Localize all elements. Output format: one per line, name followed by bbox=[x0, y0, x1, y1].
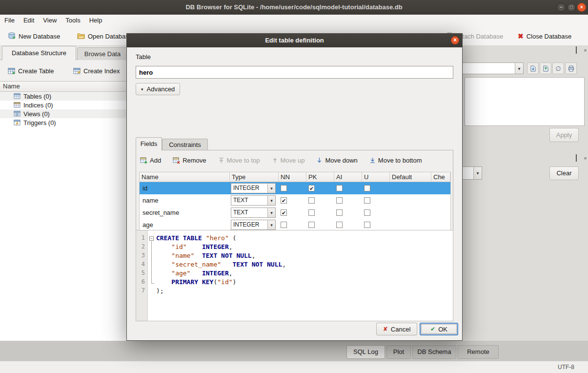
nn-checkbox[interactable] bbox=[281, 185, 287, 191]
cell-editor[interactable] bbox=[465, 77, 585, 126]
field-name-cell[interactable]: secret_name bbox=[140, 207, 230, 219]
dock-close-icon[interactable]: × bbox=[582, 47, 588, 54]
attach-database-label: Attach Database bbox=[456, 33, 503, 40]
pk-checkbox[interactable]: ✔ bbox=[308, 185, 315, 191]
pk-checkbox[interactable] bbox=[308, 222, 315, 228]
menu-file[interactable]: File bbox=[0, 15, 19, 26]
export-icon bbox=[543, 65, 549, 72]
cell-set-null-button[interactable]: ∅ bbox=[552, 62, 564, 74]
type-combobox[interactable]: TEXT ▾ bbox=[231, 207, 276, 218]
field-type-cell: INTEGER ▾ bbox=[230, 182, 279, 194]
dock-float-icon[interactable] bbox=[573, 155, 579, 162]
minimize-button[interactable]: – bbox=[557, 3, 566, 12]
column-header-ai[interactable]: AI bbox=[334, 172, 362, 182]
create-index-label: Create Index bbox=[83, 67, 120, 75]
cell-mode-combobox[interactable]: ▾ bbox=[456, 62, 524, 74]
cell-print-button[interactable] bbox=[565, 62, 577, 74]
tab-database-structure[interactable]: Database Structure bbox=[2, 46, 76, 60]
ai-checkbox[interactable] bbox=[336, 185, 343, 191]
pk-checkbox[interactable] bbox=[308, 197, 315, 204]
u-checkbox[interactable] bbox=[364, 209, 370, 216]
create-index-button[interactable]: Create Index bbox=[69, 64, 123, 78]
default-cell[interactable] bbox=[390, 207, 431, 219]
column-header-pk[interactable]: PK bbox=[306, 172, 334, 182]
chevron-down-icon: ▾ bbox=[141, 87, 143, 92]
cancel-button[interactable]: ✘ Cancel bbox=[376, 323, 417, 335]
ai-checkbox[interactable] bbox=[336, 222, 343, 228]
sql-code-lines[interactable]: CREATE TABLE "hero" ( "id" INTEGER, "nam… bbox=[155, 230, 289, 321]
field-row[interactable]: secret_name TEXT ▾ ✔ bbox=[140, 207, 450, 219]
sql-gutter-numbers: 1234567 bbox=[136, 230, 148, 321]
field-row[interactable]: age INTEGER ▾ bbox=[140, 219, 450, 231]
move-to-bottom-button[interactable]: Move to bottom bbox=[369, 157, 422, 164]
u-checkbox[interactable] bbox=[364, 222, 370, 228]
column-header-nn[interactable]: NN bbox=[279, 172, 306, 182]
pk-checkbox[interactable] bbox=[308, 209, 315, 216]
chevron-down-icon: ▾ bbox=[267, 220, 275, 229]
menu-tools[interactable]: Tools bbox=[61, 15, 84, 26]
field-row[interactable]: name TEXT ▾ ✔ bbox=[140, 194, 450, 207]
bottom-tab-sql-log[interactable]: SQL Log bbox=[346, 345, 385, 359]
move-to-top-icon bbox=[218, 157, 224, 164]
ai-checkbox[interactable] bbox=[336, 209, 343, 216]
move-down-button[interactable]: Move down bbox=[316, 157, 357, 164]
close-window-button[interactable]: × bbox=[577, 3, 586, 12]
table-name-input[interactable] bbox=[136, 66, 453, 79]
field-row[interactable]: id INTEGER ▾ ✔ bbox=[140, 182, 450, 194]
column-header-default[interactable]: Default bbox=[390, 172, 431, 182]
bottom-tab-plot[interactable]: Plot bbox=[386, 345, 411, 359]
field-name-cell[interactable]: id bbox=[140, 182, 230, 194]
fold-collapse-icon[interactable]: − bbox=[149, 236, 154, 241]
check-cell[interactable] bbox=[431, 207, 450, 219]
type-combobox[interactable]: TEXT ▾ bbox=[231, 195, 276, 206]
clear-button[interactable]: Clear bbox=[549, 166, 579, 180]
add-icon bbox=[140, 157, 147, 164]
check-cell[interactable] bbox=[431, 194, 450, 207]
sql-preview[interactable]: 1234567 − CREATE TABLE "hero" ( "id" INT… bbox=[136, 230, 453, 321]
add-field-button[interactable]: Add bbox=[140, 157, 161, 164]
column-header-u[interactable]: U bbox=[362, 172, 390, 182]
default-cell[interactable] bbox=[390, 219, 431, 231]
create-table-button[interactable]: Create Table bbox=[4, 64, 58, 78]
close-database-button[interactable]: ✖ Close Database bbox=[514, 29, 575, 43]
ai-checkbox[interactable] bbox=[336, 197, 343, 204]
indices-icon bbox=[14, 102, 20, 108]
default-cell[interactable] bbox=[390, 194, 431, 207]
u-checkbox[interactable] bbox=[364, 197, 370, 204]
tab-constraints[interactable]: Constraints bbox=[162, 139, 208, 150]
cell-export-button[interactable] bbox=[540, 62, 551, 74]
column-header-type[interactable]: Type bbox=[230, 172, 279, 182]
column-header-check[interactable]: Che bbox=[431, 172, 450, 182]
check-cell[interactable] bbox=[431, 182, 450, 194]
cell-import-button[interactable] bbox=[527, 62, 539, 74]
u-checkbox[interactable] bbox=[364, 185, 370, 191]
maximize-button[interactable]: □ bbox=[567, 3, 576, 12]
bottom-tab-remote[interactable]: Remote bbox=[458, 345, 499, 359]
dialog-close-button[interactable]: × bbox=[451, 36, 459, 44]
fields-toolbar: Add Remove Move to top Move up Move down… bbox=[140, 153, 422, 167]
menu-help[interactable]: Help bbox=[85, 15, 107, 26]
ok-button[interactable]: ✔ OK bbox=[420, 323, 458, 335]
bottom-tab-db-schema[interactable]: DB Schema bbox=[412, 345, 456, 359]
move-down-icon bbox=[316, 157, 323, 164]
menu-edit[interactable]: Edit bbox=[19, 15, 39, 26]
type-combobox[interactable]: INTEGER ▾ bbox=[231, 183, 276, 193]
nn-checkbox[interactable]: ✔ bbox=[281, 209, 287, 216]
tab-fields[interactable]: Fields bbox=[136, 137, 162, 150]
field-type-cell: TEXT ▾ bbox=[230, 194, 279, 207]
dock-float-icon[interactable] bbox=[573, 47, 579, 54]
default-cell[interactable] bbox=[390, 182, 431, 194]
remove-field-button[interactable]: Remove bbox=[173, 157, 206, 164]
field-name-cell[interactable]: age bbox=[140, 219, 230, 231]
tab-browse-data[interactable]: Browse Data bbox=[77, 47, 128, 60]
nn-checkbox[interactable]: ✔ bbox=[281, 197, 287, 204]
menu-view[interactable]: View bbox=[39, 15, 61, 26]
dock-close-icon[interactable]: × bbox=[582, 155, 588, 162]
nn-checkbox[interactable] bbox=[281, 222, 287, 228]
column-header-name[interactable]: Name bbox=[140, 172, 230, 182]
type-combobox[interactable]: INTEGER ▾ bbox=[231, 220, 276, 230]
field-name-cell[interactable]: name bbox=[140, 194, 230, 207]
advanced-toggle[interactable]: ▾ Advanced bbox=[136, 83, 180, 95]
check-cell[interactable] bbox=[431, 219, 450, 231]
new-database-button[interactable]: New Database bbox=[4, 29, 64, 43]
